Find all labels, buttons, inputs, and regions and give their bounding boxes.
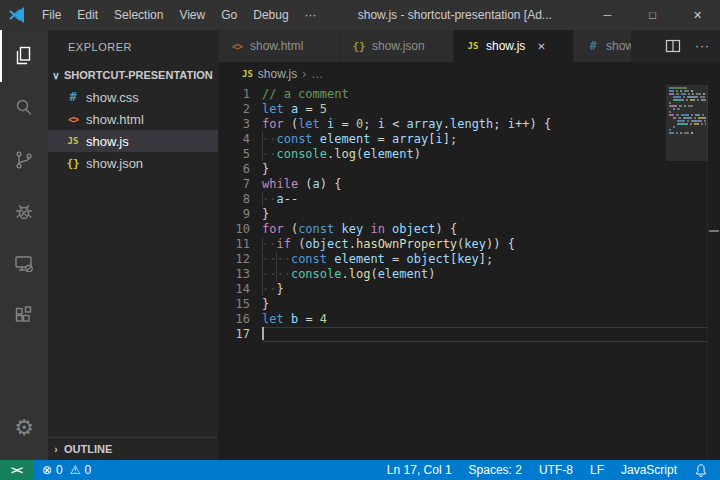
- code-text: ····const element = object[key];: [262, 252, 493, 267]
- code-line[interactable]: 12····const element = object[key];: [218, 252, 720, 267]
- code-text: let a = 5: [262, 102, 327, 117]
- menu-go[interactable]: Go: [213, 0, 245, 30]
- code-text: }: [262, 297, 269, 312]
- sidebar-item-show.json[interactable]: {}show.json: [48, 152, 218, 174]
- source-control-icon[interactable]: [0, 134, 48, 186]
- code-text: ··a--: [262, 192, 298, 207]
- eol-indicator[interactable]: LF: [590, 463, 604, 477]
- breadcrumb-file[interactable]: show.js: [258, 67, 297, 81]
- menu-edit[interactable]: Edit: [69, 0, 106, 30]
- code-line[interactable]: 1// a comment: [218, 87, 720, 102]
- tab-show.json[interactable]: {}show.json: [340, 30, 454, 62]
- menu-selection[interactable]: Selection: [106, 0, 171, 30]
- json-file-icon: {}: [64, 157, 82, 170]
- code-text: }: [262, 162, 269, 177]
- extensions-icon[interactable]: [0, 290, 48, 342]
- tab-label: show.js: [486, 39, 525, 53]
- explorer-sidebar: EXPLORER ∨ SHORTCUT-PRESENTATION #show.c…: [48, 30, 218, 460]
- language-indicator[interactable]: JavaScript: [621, 463, 677, 477]
- code-line[interactable]: 8··a--: [218, 192, 720, 207]
- tab-show.css[interactable]: #show.css: [574, 30, 632, 62]
- more-actions-icon[interactable]: ···: [695, 39, 710, 53]
- code-editor[interactable]: 1// a comment2let a = 53for (let i = 0; …: [218, 85, 720, 460]
- sidebar-header: EXPLORER: [48, 30, 218, 64]
- sidebar-item-show.js[interactable]: JSshow.js: [48, 130, 218, 152]
- line-number[interactable]: 16: [218, 312, 262, 327]
- tab-show.html[interactable]: <>show.html: [218, 30, 340, 62]
- line-number[interactable]: 15: [218, 297, 262, 312]
- code-line[interactable]: 3for (let i = 0; i < array.length; i++) …: [218, 117, 720, 132]
- js-file-icon: JS: [64, 136, 82, 146]
- vscode-window: FileEditSelectionViewGoDebug··· show.js …: [0, 0, 720, 480]
- code-line[interactable]: 11··if (object.hasOwnProperty(key)) {: [218, 237, 720, 252]
- line-number[interactable]: 17: [218, 327, 262, 342]
- line-number[interactable]: 12: [218, 252, 262, 267]
- line-number[interactable]: 13: [218, 267, 262, 282]
- sidebar-item-show.css[interactable]: #show.css: [48, 86, 218, 108]
- outline-section-header[interactable]: › OUTLINE: [48, 437, 218, 460]
- close-button[interactable]: ✕: [675, 0, 720, 30]
- indentation-indicator[interactable]: Spaces: 2: [469, 463, 522, 477]
- code-line[interactable]: 10for (const key in object) {: [218, 222, 720, 237]
- code-line[interactable]: 6}: [218, 162, 720, 177]
- code-line[interactable]: 16let b = 4: [218, 312, 720, 327]
- encoding-indicator[interactable]: UTF-8: [539, 463, 573, 477]
- line-number[interactable]: 6: [218, 162, 262, 177]
- menu-file[interactable]: File: [34, 0, 69, 30]
- settings-gear-icon[interactable]: ⚙: [0, 402, 48, 454]
- tab-label: show.html: [250, 39, 303, 53]
- menu-debug[interactable]: Debug: [245, 0, 296, 30]
- chevron-right-icon: ›: [48, 444, 64, 455]
- split-editor-icon[interactable]: [665, 38, 681, 54]
- line-number[interactable]: 4: [218, 132, 262, 147]
- sidebar-item-show.html[interactable]: <>show.html: [48, 108, 218, 130]
- line-number[interactable]: 10: [218, 222, 262, 237]
- breadcrumb: JS show.js › …: [218, 62, 720, 85]
- code-line[interactable]: 13····console.log(element): [218, 267, 720, 282]
- line-number[interactable]: 5: [218, 147, 262, 162]
- debug-icon[interactable]: [0, 186, 48, 238]
- line-number[interactable]: 14: [218, 282, 262, 297]
- code-lines: 1// a comment2let a = 53for (let i = 0; …: [218, 87, 720, 342]
- problems-indicator[interactable]: ⊗ 0 ⚠ 0: [33, 463, 91, 477]
- tab-close-icon[interactable]: ✕: [537, 41, 545, 52]
- line-number[interactable]: 7: [218, 177, 262, 192]
- notifications-bell-icon[interactable]: [694, 463, 708, 478]
- line-number[interactable]: 3: [218, 117, 262, 132]
- files-icon[interactable]: [0, 30, 48, 82]
- remote-indicator[interactable]: ><: [0, 460, 33, 480]
- js-file-icon: JS: [464, 41, 482, 51]
- file-name: show.html: [86, 112, 144, 127]
- code-line[interactable]: 15}: [218, 297, 720, 312]
- minimap[interactable]: [666, 85, 708, 460]
- code-text: let b = 4: [262, 312, 327, 327]
- line-number[interactable]: 11: [218, 237, 262, 252]
- folder-header-shortcut-presentation[interactable]: ∨ SHORTCUT-PRESENTATION: [48, 64, 218, 86]
- breadcrumb-symbol-more[interactable]: …: [311, 67, 323, 81]
- search-icon[interactable]: [0, 82, 48, 134]
- code-line[interactable]: 7while (a) {: [218, 177, 720, 192]
- tab-show.js[interactable]: JSshow.js✕: [454, 30, 574, 62]
- code-line[interactable]: 2let a = 5: [218, 102, 720, 117]
- remote-monitor-icon[interactable]: [0, 238, 48, 290]
- minimize-button[interactable]: ─: [585, 0, 630, 30]
- line-number[interactable]: 1: [218, 87, 262, 102]
- html-file-icon: <>: [64, 114, 82, 125]
- line-number[interactable]: 8: [218, 192, 262, 207]
- line-number[interactable]: 9: [218, 207, 262, 222]
- code-line[interactable]: 4··const element = array[i];: [218, 132, 720, 147]
- code-text: ····console.log(element): [262, 267, 435, 282]
- menu-bar: FileEditSelectionViewGoDebug···: [34, 0, 325, 30]
- code-line[interactable]: 9}: [218, 207, 720, 222]
- tab-label: show.json: [372, 39, 425, 53]
- menu-more[interactable]: ···: [297, 0, 325, 30]
- activity-bar: ⚙: [0, 30, 48, 460]
- file-name: show.css: [86, 90, 139, 105]
- menu-view[interactable]: View: [171, 0, 213, 30]
- line-number[interactable]: 2: [218, 102, 262, 117]
- cursor-position-indicator[interactable]: Ln 17, Col 1: [387, 463, 452, 477]
- overview-ruler[interactable]: [707, 85, 720, 460]
- code-line[interactable]: 14··}: [218, 282, 720, 297]
- code-line[interactable]: 5··console.log(element): [218, 147, 720, 162]
- maximize-button[interactable]: □: [630, 0, 675, 30]
